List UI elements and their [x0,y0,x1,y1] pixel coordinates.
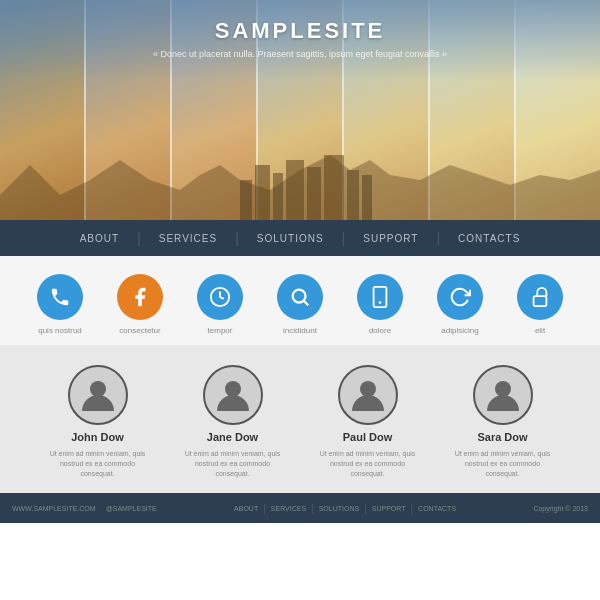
clock-icon-circle[interactable] [197,274,243,320]
member-desc-3: Ut enim ad minim veniam, quis nostrud ex… [448,449,558,478]
team-member-1: Jane Dow Ut enim ad minim veniam, quis n… [178,365,288,478]
team-member-3: Sara Dow Ut enim ad minim veniam, quis n… [448,365,558,478]
refresh-icon-circle[interactable] [437,274,483,320]
nav-services[interactable]: SERVICES [141,220,235,256]
avatar-john [68,365,128,425]
svg-rect-11 [374,287,387,307]
svg-point-16 [360,381,376,397]
mobile-icon [371,286,389,308]
team-section: John Dow Ut enim ad minim veniam, quis n… [0,345,600,493]
icon-item-book: consectetur [117,274,163,335]
icon-label-3: incididunt [283,326,317,335]
hero-section: SAMPLESITE « Donec ut placerat nulla. Pr… [0,0,600,220]
icon-label-2: tempor [208,326,233,335]
avatar-jane [203,365,263,425]
footer-nav-solutions[interactable]: SOLUTIONS [314,505,364,512]
icon-item-mobile: dolore [357,274,403,335]
phone-icon [49,286,71,308]
lock-icon [530,286,550,308]
icon-item-refresh: adipisicing [437,274,483,335]
person-icon-john [78,375,118,415]
nav-about[interactable]: ABOUT [62,220,137,256]
person-icon-jane [213,375,253,415]
icons-section: quis nostrud consectetur tempor incididu… [0,256,600,345]
member-desc-0: Ut enim ad minim veniam, quis nostrud ex… [43,449,153,478]
nav-support[interactable]: SUPPORT [345,220,436,256]
person-icon-paul [348,375,388,415]
lock-icon-circle[interactable] [517,274,563,320]
member-name-3: Sara Dow [477,431,527,443]
svg-rect-2 [273,173,283,220]
svg-point-15 [225,381,241,397]
book-icon [129,286,151,308]
avatar-sara [473,365,533,425]
member-name-0: John Dow [71,431,124,443]
footer-social: @SAMPLESITE [106,505,157,512]
hero-subtitle: « Donec ut placerat nulla. Praesent sagi… [0,49,600,59]
footer-nav-about[interactable]: ABOUT [229,505,263,512]
icon-item-search: incididunt [277,274,323,335]
phone-icon-circle[interactable] [37,274,83,320]
svg-rect-7 [362,175,372,220]
site-title: SAMPLESITE [0,18,600,44]
svg-line-10 [304,301,308,305]
svg-rect-6 [347,170,359,220]
person-icon-sara [483,375,523,415]
svg-rect-5 [324,155,344,220]
footer-nav-services[interactable]: SERVICES [266,505,311,512]
svg-point-17 [495,381,511,397]
member-desc-2: Ut enim ad minim veniam, quis nostrud ex… [313,449,423,478]
book-icon-circle[interactable] [117,274,163,320]
svg-point-14 [90,381,106,397]
svg-rect-4 [307,167,321,220]
clock-icon [209,286,231,308]
mobile-icon-circle[interactable] [357,274,403,320]
footer-copyright: Copyright © 2013 [533,505,588,512]
nav-solutions[interactable]: SOLUTIONS [239,220,342,256]
member-name-2: Paul Dow [343,431,393,443]
icon-item-lock: elit [517,274,563,335]
icon-label-0: quis nostrud [38,326,82,335]
icon-label-5: adipisicing [441,326,478,335]
main-nav: ABOUT | SERVICES | SOLUTIONS | SUPPORT |… [0,220,600,256]
team-member-2: Paul Dow Ut enim ad minim veniam, quis n… [313,365,423,478]
icon-label-6: elit [535,326,545,335]
city-silhouette [0,125,600,220]
svg-rect-0 [240,180,252,220]
footer: WWW.SAMPLESITE.COM @SAMPLESITE ABOUT | S… [0,493,600,523]
footer-website: WWW.SAMPLESITE.COM [12,505,96,512]
svg-point-9 [293,290,306,303]
icon-label-1: consectetur [119,326,160,335]
svg-rect-13 [534,296,547,306]
team-member-0: John Dow Ut enim ad minim veniam, quis n… [43,365,153,478]
footer-nav-contacts[interactable]: CONTACTS [413,505,461,512]
refresh-icon [449,286,471,308]
hero-content: SAMPLESITE « Donec ut placerat nulla. Pr… [0,18,600,59]
search-icon-circle[interactable] [277,274,323,320]
nav-contacts[interactable]: CONTACTS [440,220,538,256]
icon-item-phone: quis nostrud [37,274,83,335]
icon-label-4: dolore [369,326,391,335]
footer-nav: ABOUT | SERVICES | SOLUTIONS | SUPPORT |… [229,503,461,514]
footer-left: WWW.SAMPLESITE.COM @SAMPLESITE [12,505,157,512]
svg-rect-1 [255,165,270,220]
search-icon [289,286,311,308]
avatar-paul [338,365,398,425]
svg-rect-3 [286,160,304,220]
member-desc-1: Ut enim ad minim veniam, quis nostrud ex… [178,449,288,478]
member-name-1: Jane Dow [207,431,258,443]
icon-item-clock: tempor [197,274,243,335]
footer-nav-support[interactable]: SUPPORT [367,505,411,512]
